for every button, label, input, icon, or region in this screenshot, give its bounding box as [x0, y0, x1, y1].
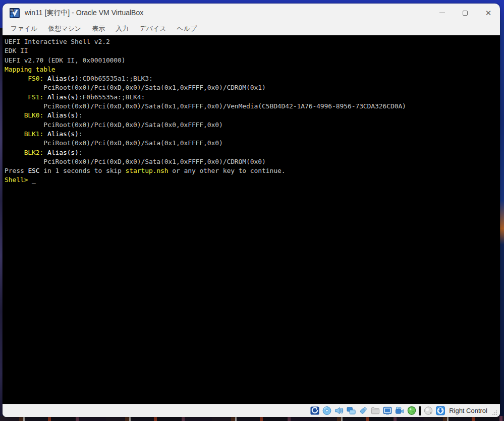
minimize-button[interactable] — [430, 4, 454, 22]
terminal-line: EDK II — [5, 46, 500, 55]
virtualbox-vm-window: 64 win11 [実行中] - Oracle VM VirtualBox ✕ … — [3, 4, 500, 417]
features-icon[interactable] — [406, 406, 417, 416]
titlebar[interactable]: 64 win11 [実行中] - Oracle VM VirtualBox ✕ — [3, 4, 500, 22]
audio-icon[interactable] — [333, 406, 344, 416]
shared-folders-icon[interactable] — [370, 406, 380, 416]
terminal-line: PciRoot(0x0)/Pci(0xD,0x0)/Sata(0x0,0xFFF… — [5, 121, 500, 130]
maximize-icon — [463, 11, 468, 16]
menu-item-view[interactable]: 表示 — [87, 23, 109, 35]
terminal-output: UEFI Interactive Shell v2.2EDK IIUEFI v2… — [3, 35, 500, 185]
resize-grip[interactable] — [492, 410, 497, 415]
menu-item-help[interactable]: ヘルプ — [172, 23, 201, 35]
maximize-button[interactable] — [454, 4, 477, 22]
terminal-line: BLK0: Alias(s): — [5, 111, 500, 120]
menu-item-machine[interactable]: 仮想マシン — [43, 23, 86, 35]
terminal-line: UEFI v2.70 (EDK II, 0x00010000) — [5, 56, 500, 65]
display-icon[interactable] — [382, 406, 393, 416]
network-icon[interactable] — [346, 406, 356, 416]
optical-disc-icon[interactable] — [321, 406, 332, 416]
svg-text:64: 64 — [10, 8, 13, 11]
desktop-wallpaper-right — [499, 20, 504, 421]
host-key-label: Right Control — [449, 407, 487, 414]
window-controls: ✕ — [430, 4, 500, 22]
menu-item-devices[interactable]: デバイス — [135, 23, 171, 35]
close-button[interactable]: ✕ — [477, 4, 500, 22]
terminal-line: FS1: Alias(s):F0b65535a:;BLK4: — [5, 93, 500, 102]
terminal-line: FS0: Alias(s):CD0b65535a1:;BLK3: — [5, 74, 500, 83]
mouse-icon[interactable] — [423, 406, 433, 416]
close-icon: ✕ — [485, 9, 492, 17]
terminal-line: BLK2: Alias(s): — [5, 148, 500, 157]
terminal-line: UEFI Interactive Shell v2.2 — [5, 37, 500, 46]
virtualbox-vm-icon: 64 — [9, 8, 20, 19]
recording-icon[interactable] — [394, 406, 405, 416]
statusbar: Right Control — [3, 404, 500, 417]
hard-disk-icon[interactable] — [309, 406, 320, 416]
menu-item-input[interactable]: 入力 — [111, 23, 133, 35]
terminal-line: PciRoot(0x0)/Pci(0xD,0x0)/Sata(0x1,0xFFF… — [5, 102, 500, 111]
vm-screen[interactable]: UEFI Interactive Shell v2.2EDK IIUEFI v2… — [3, 35, 500, 404]
terminal-line: PciRoot(0x0)/Pci(0xD,0x0)/Sata(0x1,0xFFF… — [5, 83, 500, 92]
terminal-line: Mapping table — [5, 65, 500, 74]
host-key-icon[interactable] — [435, 406, 445, 416]
terminal-line: PciRoot(0x0)/Pci(0xD,0x0)/Sata(0x1,0xFFF… — [5, 157, 500, 166]
usb-icon[interactable] — [358, 406, 368, 416]
menubar: ファイル仮想マシン表示入力デバイスヘルプ — [3, 22, 500, 35]
terminal-line: PciRoot(0x0)/Pci(0xD,0x0)/Sata(0x1,0xFFF… — [5, 139, 500, 148]
minimize-icon — [439, 13, 445, 13]
activity-indicator — [419, 406, 421, 415]
menu-item-file[interactable]: ファイル — [6, 23, 42, 35]
terminal-line: BLK1: Alias(s): — [5, 130, 500, 139]
terminal-line: Press ESC in 1 seconds to skip startup.n… — [5, 166, 500, 175]
terminal-line: Shell> _ — [5, 175, 500, 185]
window-title: win11 [実行中] - Oracle VM VirtualBox — [25, 9, 143, 18]
